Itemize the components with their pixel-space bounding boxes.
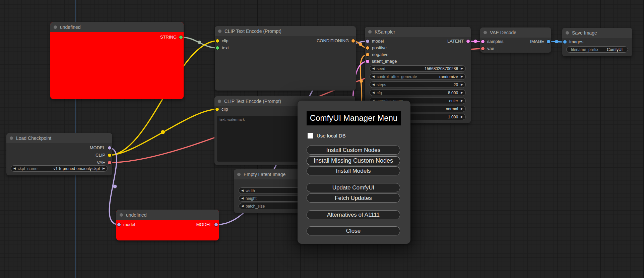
image-port-dot[interactable]: [563, 40, 567, 44]
widget-filename-prefix[interactable]: filename_prefix ComfyUI: [566, 46, 628, 53]
node-title-bar[interactable]: KSampler: [365, 27, 471, 37]
wire-junction-dot: [198, 41, 201, 44]
install-missing-custom-nodes-button[interactable]: Install Missing Custom Nodes: [307, 156, 400, 165]
decrement-arrow-icon[interactable]: ◀: [241, 205, 244, 208]
collapse-dot-icon[interactable]: [566, 31, 569, 35]
output-port-vae[interactable]: VAE: [97, 160, 111, 166]
widget-ckpt-name[interactable]: ◀ ckpt_name v1-5-pruned-emaonly.ckpt ▶: [11, 165, 108, 172]
input-port-clip[interactable]: clip: [216, 38, 229, 44]
collapse-dot-icon[interactable]: [237, 173, 241, 176]
collapse-dot-icon[interactable]: [484, 31, 487, 34]
decrement-arrow-icon[interactable]: ◀: [241, 189, 244, 192]
model-port-dot[interactable]: [117, 223, 121, 226]
text-port-dot[interactable]: [216, 46, 219, 50]
collapse-dot-icon[interactable]: [218, 100, 221, 103]
install-models-button[interactable]: Install Models: [307, 166, 400, 175]
decrement-arrow-icon[interactable]: ◀: [372, 91, 375, 94]
conditioning-port-dot[interactable]: [351, 39, 355, 43]
model-port-dot[interactable]: [214, 223, 218, 226]
dialog-title: ComfyUI Manager Menu: [307, 111, 401, 125]
vae-port-dot[interactable]: [108, 161, 111, 164]
input-port-samples[interactable]: samples: [481, 39, 503, 45]
node-graph-canvas[interactable]: undefined STRING CLIP Text Encode (Promp…: [0, 0, 644, 278]
conditioning-port-dot[interactable]: [366, 53, 369, 56]
node-title: VAE Decode: [490, 30, 516, 35]
fetch-updates-button[interactable]: Fetch Updates: [307, 193, 400, 203]
node-title-bar[interactable]: VAE Decode: [480, 27, 551, 38]
clip-port-dot[interactable]: [215, 108, 219, 111]
increment-arrow-icon[interactable]: ▶: [461, 99, 463, 102]
increment-arrow-icon[interactable]: ▶: [461, 67, 463, 70]
node-title-bar[interactable]: undefined: [116, 210, 219, 220]
output-port-model[interactable]: MODEL: [90, 145, 111, 151]
latent-port-dot[interactable]: [466, 40, 470, 43]
node-vae-decode: VAE Decode samples vae IMAGE: [480, 27, 551, 53]
node-save-image: Save Image images filename_prefix ComfyU…: [562, 28, 632, 56]
decrement-arrow-icon[interactable]: ◀: [372, 67, 375, 70]
close-button[interactable]: Close: [307, 226, 400, 235]
increment-arrow-icon[interactable]: ▶: [461, 115, 463, 118]
node-title-bar[interactable]: Save Image: [562, 28, 632, 38]
collapse-dot-icon[interactable]: [120, 213, 123, 217]
model-port-dot[interactable]: [108, 146, 111, 150]
input-port-model[interactable]: model: [366, 38, 384, 44]
input-port-model[interactable]: model: [117, 222, 135, 228]
node-title-bar[interactable]: undefined: [50, 22, 184, 32]
increment-arrow-icon[interactable]: ▶: [103, 167, 105, 170]
use-local-db-row[interactable]: Use local DB: [308, 133, 346, 138]
widget-control-after-generate[interactable]: ◀ control_after_generate randomize ▶: [370, 73, 466, 80]
decrement-arrow-icon[interactable]: ◀: [372, 75, 375, 78]
install-custom-nodes-button[interactable]: Install Custom Nodes: [307, 146, 400, 155]
node-title: Save Image: [572, 30, 597, 36]
input-port-vae[interactable]: vae: [481, 46, 494, 52]
decrement-arrow-icon[interactable]: ◀: [241, 197, 244, 200]
wire-string-to-text: [181, 37, 217, 48]
increment-arrow-icon[interactable]: ▶: [461, 91, 463, 94]
node-title: Load Checkpoint: [16, 135, 51, 141]
decrement-arrow-icon[interactable]: ◀: [13, 167, 16, 170]
update-comfyui-button[interactable]: Update ComfyUI: [307, 183, 400, 192]
image-port-dot[interactable]: [547, 40, 550, 43]
input-port-images[interactable]: images: [563, 39, 583, 45]
string-port-dot[interactable]: [179, 36, 183, 39]
increment-arrow-icon[interactable]: ▶: [461, 83, 463, 86]
wire-junction-dot: [161, 130, 165, 134]
collapse-dot-icon[interactable]: [368, 30, 372, 34]
vae-port-dot[interactable]: [481, 47, 485, 50]
output-port-conditioning[interactable]: CONDITIONING: [317, 38, 355, 44]
node-title-bar[interactable]: CLIP Text Encode (Prompt): [215, 26, 356, 36]
input-port-latent-image[interactable]: latent_image: [366, 58, 397, 64]
input-port-negative[interactable]: negative: [366, 52, 388, 58]
latent-port-dot[interactable]: [481, 40, 485, 43]
increment-arrow-icon[interactable]: ▶: [461, 75, 463, 78]
widget-cfg[interactable]: ◀ cfg 8.000 ▶: [370, 90, 466, 96]
latent-port-dot[interactable]: [366, 60, 369, 63]
clip-port-dot[interactable]: [108, 154, 111, 157]
output-port-model[interactable]: MODEL: [196, 222, 218, 228]
collapse-dot-icon[interactable]: [54, 25, 57, 29]
wire-junction-dot: [360, 79, 363, 83]
wire-clip-to-clip2: [109, 109, 217, 155]
use-local-db-checkbox[interactable]: [308, 133, 313, 138]
increment-arrow-icon[interactable]: ▶: [461, 107, 463, 110]
widget-steps[interactable]: ◀ steps 20 ▶: [370, 81, 466, 88]
collapse-dot-icon[interactable]: [10, 136, 13, 140]
input-port-clip[interactable]: clip: [215, 106, 228, 112]
node-undefined-top: undefined STRING: [50, 22, 184, 99]
input-port-text[interactable]: text: [216, 45, 229, 51]
input-port-positive[interactable]: positive: [366, 45, 387, 51]
output-port-image[interactable]: IMAGE: [530, 39, 550, 45]
wire-junction-dot: [113, 185, 117, 188]
model-port-dot[interactable]: [366, 40, 369, 43]
conditioning-port-dot[interactable]: [366, 46, 369, 50]
clip-port-dot[interactable]: [216, 39, 219, 43]
decrement-arrow-icon[interactable]: ◀: [372, 83, 375, 86]
output-port-latent[interactable]: LATENT: [447, 38, 470, 44]
output-port-clip[interactable]: CLIP: [95, 152, 111, 158]
alternatives-of-a1111-button[interactable]: Alternatives of A1111: [307, 210, 400, 219]
output-port-string[interactable]: STRING: [160, 34, 183, 40]
wire-junction-dot: [555, 40, 558, 43]
node-title-bar[interactable]: Load Checkpoint: [6, 133, 112, 143]
widget-seed[interactable]: ◀ seed 156680208700286 ▶: [370, 65, 466, 72]
collapse-dot-icon[interactable]: [218, 30, 221, 33]
